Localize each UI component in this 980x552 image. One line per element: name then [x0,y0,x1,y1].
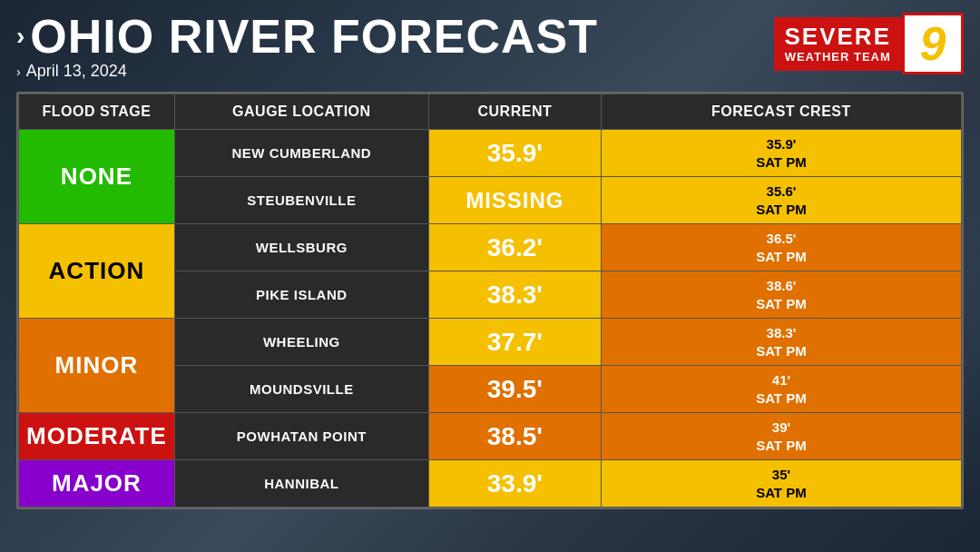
forecast-table: FLOOD STAGE GAUGE LOCATION CURRENT FOREC… [18,94,962,508]
title-arrow-icon: › [16,24,24,49]
flood-stage-cell: ACTION [19,224,175,319]
col-flood-stage: FLOOD STAGE [19,94,175,130]
current-value-cell: MISSING [428,177,601,224]
forecast-table-container: FLOOD STAGE GAUGE LOCATION CURRENT FOREC… [16,92,964,509]
gauge-location-cell: WHEELING [174,319,428,366]
current-value-cell: 36.2' [428,224,601,271]
current-value-cell: 35.9' [428,130,601,177]
table-row: NONENEW CUMBERLAND35.9'35.9' SAT PM [19,130,962,177]
gauge-location-cell: POWHATAN POINT [174,413,428,460]
gauge-location-cell: HANNIBAL [174,460,428,508]
forecast-crest-cell: 35.6' SAT PM [601,177,961,224]
table-row: MODERATEPOWHATAN POINT38.5'39' SAT PM [19,413,962,460]
logo-9-box: 9 [902,13,964,74]
current-value-cell: 38.3' [428,271,601,319]
forecast-crest-cell: 35.9' SAT PM [601,130,961,177]
flood-stage-cell: NONE [19,130,175,224]
logo-severe-text: SEVERE [785,25,892,48]
col-forecast-crest: FORECAST CREST [601,94,961,130]
gauge-location-cell: WELLSBURG [174,224,428,271]
date-label: April 13, 2024 [26,62,127,81]
current-value-cell: 39.5' [428,366,601,413]
subtitle: › April 13, 2024 [16,62,598,81]
forecast-crest-cell: 36.5' SAT PM [601,224,961,271]
title-row: › OHIO RIVER FORECAST [16,13,598,60]
subtitle-arrow-icon: › [16,64,21,79]
table-header-row: FLOOD STAGE GAUGE LOCATION CURRENT FOREC… [19,94,962,130]
col-current: CURRENT [428,94,601,130]
col-gauge-location: GAUGE LOCATION [174,94,428,130]
flood-stage-cell: MINOR [19,319,175,413]
forecast-crest-cell: 41' SAT PM [601,366,961,413]
forecast-crest-cell: 35' SAT PM [601,460,961,508]
gauge-location-cell: MOUNDSVILLE [174,366,428,413]
table-row: MINORWHEELING37.7'38.3' SAT PM [19,319,962,366]
forecast-crest-cell: 38.6' SAT PM [601,271,961,319]
flood-stage-cell: MODERATE [19,413,175,460]
table-row: MAJORHANNIBAL33.9'35' SAT PM [19,460,962,508]
gauge-location-cell: PIKE ISLAND [174,271,428,319]
main-content: › OHIO RIVER FORECAST › April 13, 2024 S… [0,0,980,522]
gauge-location-cell: NEW CUMBERLAND [174,130,428,177]
current-value-cell: 33.9' [428,460,601,508]
logo-number: 9 [920,20,946,67]
table-row: ACTIONWELLSBURG36.2'36.5' SAT PM [19,224,962,271]
current-value-cell: 37.7' [428,319,601,366]
flood-stage-cell: MAJOR [19,460,175,508]
forecast-crest-cell: 38.3' SAT PM [601,319,961,366]
forecast-crest-cell: 39' SAT PM [601,413,961,460]
title-block: › OHIO RIVER FORECAST › April 13, 2024 [16,13,598,81]
header: › OHIO RIVER FORECAST › April 13, 2024 S… [16,13,964,81]
logo-block: SEVERE WEATHER TEAM 9 [774,13,965,74]
logo-severe-box: SEVERE WEATHER TEAM [774,17,903,71]
logo-weather-team: WEATHER TEAM [785,50,891,64]
page-title: OHIO RIVER FORECAST [30,13,598,60]
gauge-location-cell: STEUBENVILLE [174,177,428,224]
current-value-cell: 38.5' [428,413,601,460]
